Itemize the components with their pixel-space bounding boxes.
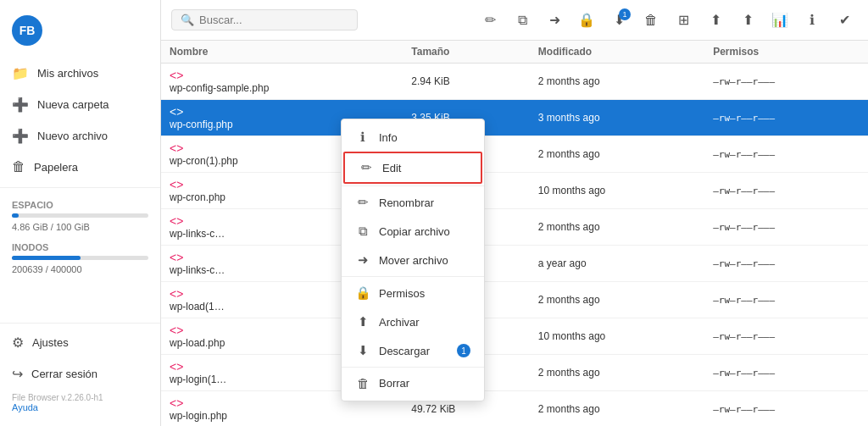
space-text: 4.86 GiB / 100 GiB xyxy=(0,221,160,235)
settings-icon: ⚙ xyxy=(12,335,24,351)
sidebar-item-new-folder[interactable]: ➕ Nueva carpeta xyxy=(0,89,160,120)
menu-item-label: Borrar xyxy=(379,377,409,390)
archive-toolbar-icon[interactable]: ⬆ xyxy=(702,7,729,34)
file-modified-cell: 2 months ago xyxy=(530,136,704,173)
sidebar-item-label: Nueva carpeta xyxy=(37,98,109,111)
grid-toolbar-icon[interactable]: ⊞ xyxy=(670,7,697,34)
delete-menu-icon: 🗑 xyxy=(355,376,370,390)
chart-toolbar-icon[interactable]: 📊 xyxy=(766,7,793,34)
move-menu-icon: ➜ xyxy=(355,252,370,268)
trash-icon: 🗑 xyxy=(12,159,25,174)
logo: FB xyxy=(12,15,42,46)
file-modified-cell: 2 months ago xyxy=(530,391,704,427)
file-modified-cell: 2 months ago xyxy=(530,64,704,100)
file-perms-cell: –rw–r––r––– xyxy=(704,136,868,173)
file-perms-cell: –rw–r––r––– xyxy=(704,391,868,427)
file-perms-cell: –rw–r––r––– xyxy=(704,318,868,355)
menu-item-label: Descargar xyxy=(379,345,430,357)
menu-divider xyxy=(342,185,484,186)
toolbar: 🔍 ✏ ⧉ ➜ 🔒 ⬇ 1 🗑 ⊞ ⬆ ⬆ 📊 ℹ ✔ xyxy=(161,0,868,41)
file-perms-cell: –rw–r––r––– xyxy=(704,246,868,282)
file-type-icon: <> xyxy=(170,69,394,82)
table-header-row: Nombre Tamaño Modificado Permisos xyxy=(161,41,868,64)
file-modified-cell: 2 months ago xyxy=(530,282,704,318)
inodos-bar-container xyxy=(0,254,160,263)
menu-item-archive[interactable]: ⬆ Archivar xyxy=(342,307,484,336)
table-row[interactable]: <> wp-login(1… 49.72 KiB 2 months ago –r… xyxy=(161,355,868,391)
menu-item-download[interactable]: ⬇ Descargar 1 xyxy=(342,336,484,365)
edit-menu-icon: ✏ xyxy=(359,160,374,175)
file-modified-cell: 10 months ago xyxy=(530,173,704,209)
table-row[interactable]: <> wp-links-c… 2.44 KiB a year ago –rw–r… xyxy=(161,246,868,282)
archive-menu-icon: ⬆ xyxy=(355,314,370,329)
menu-item-rename[interactable]: ✏ Renombrar xyxy=(342,188,484,217)
menu-item-label: Edit xyxy=(382,162,401,174)
file-perms-cell: –rw–r––r––– xyxy=(704,100,868,136)
search-input[interactable] xyxy=(199,14,348,26)
menu-item-delete[interactable]: 🗑 Borrar xyxy=(342,369,484,397)
main-area: 🔍 ✏ ⧉ ➜ 🔒 ⬇ 1 🗑 ⊞ ⬆ ⬆ 📊 ℹ ✔ Nombre Tamañ… xyxy=(161,0,868,426)
help-link[interactable]: Ayuda xyxy=(0,402,160,418)
menu-item-edit[interactable]: ✏ Edit xyxy=(343,152,482,184)
rename-menu-icon: ✏ xyxy=(355,195,370,210)
new-file-icon: ➕ xyxy=(12,128,29,144)
space-bar-fill xyxy=(12,213,19,218)
search-icon: 🔍 xyxy=(181,14,194,26)
sidebar-item-label: Cerrar sesión xyxy=(31,368,97,380)
table-row[interactable]: <> wp-load(1… 3.83 KiB 2 months ago –rw–… xyxy=(161,282,868,318)
search-box[interactable]: 🔍 xyxy=(171,9,358,30)
menu-item-move[interactable]: ➜ Mover archivo xyxy=(342,246,484,274)
check-toolbar-icon[interactable]: ✔ xyxy=(831,7,858,34)
delete-toolbar-icon[interactable]: 🗑 xyxy=(637,7,665,34)
lock-toolbar-icon[interactable]: 🔒 xyxy=(573,7,600,34)
edit-toolbar-icon[interactable]: ✏ xyxy=(476,7,504,34)
table-row[interactable]: <> wp-config-sample.php 2.94 KiB 2 month… xyxy=(161,64,868,100)
sidebar-item-label: Papelera xyxy=(34,161,78,174)
menu-item-info[interactable]: ℹ Info xyxy=(342,123,484,152)
version-text: File Browser v.2.26.0-h1 xyxy=(0,390,160,402)
sidebar-item-trash[interactable]: 🗑 Papelera xyxy=(0,152,160,182)
sidebar-item-logout[interactable]: ↪ Cerrar sesión xyxy=(0,358,160,390)
table-row[interactable]: <> wp-config.php 3.35 KiB 3 months ago –… xyxy=(161,100,868,136)
table-row[interactable]: <> wp-cron.php 5.51 KiB 10 months ago –r… xyxy=(161,173,868,209)
files-table: Nombre Tamaño Modificado Permisos <> wp-… xyxy=(161,41,868,426)
sidebar-item-settings[interactable]: ⚙ Ajustes xyxy=(0,327,160,358)
table-row[interactable]: <> wp-cron(1).php 5.51 KiB 2 months ago … xyxy=(161,136,868,173)
inodos-bar-fill xyxy=(12,256,81,260)
file-perms-cell: –rw–r––r––– xyxy=(704,64,868,100)
sidebar-bottom: ⚙ Ajustes ↪ Cerrar sesión File Browser v… xyxy=(0,323,160,418)
file-perms-cell: –rw–r––r––– xyxy=(704,282,868,318)
file-type-icon: <> xyxy=(170,105,394,119)
perms-menu-icon: 🔒 xyxy=(355,285,370,301)
file-size-cell: 2.94 KiB xyxy=(403,64,530,100)
menu-item-perms[interactable]: 🔒 Permisos xyxy=(342,279,484,307)
copy-menu-icon: ⧉ xyxy=(355,224,370,239)
download-toolbar-icon[interactable]: ⬇ 1 xyxy=(605,7,632,34)
table-row[interactable]: <> wp-login.php 49.72 KiB 2 months ago –… xyxy=(161,391,868,427)
divider xyxy=(0,187,160,188)
menu-item-copy[interactable]: ⧉ Copiar archivo xyxy=(342,217,484,246)
file-perms-cell: –rw–r––r––– xyxy=(704,209,868,246)
table-row[interactable]: <> wp-load.php 3.83 KiB 10 months ago –r… xyxy=(161,318,868,355)
inodos-text: 200639 / 400000 xyxy=(0,263,160,281)
menu-item-label: Mover archivo xyxy=(379,254,448,267)
info-toolbar-icon[interactable]: ℹ xyxy=(798,7,826,34)
menu-item-label: Archivar xyxy=(379,316,420,329)
file-modified-cell: 2 months ago xyxy=(530,355,704,391)
sidebar-item-my-files[interactable]: 📁 Mis archivos xyxy=(0,58,160,89)
file-modified-cell: 2 months ago xyxy=(530,209,704,246)
new-folder-icon: ➕ xyxy=(12,97,29,113)
table-row[interactable]: <> wp-links-c… 2.44 KiB 2 months ago –rw… xyxy=(161,209,868,246)
inodos-bar-bg xyxy=(12,256,148,260)
upload-toolbar-icon[interactable]: ⬆ xyxy=(734,7,761,34)
copy-toolbar-icon[interactable]: ⧉ xyxy=(509,7,536,34)
sidebar-item-new-file[interactable]: ➕ Nuevo archivo xyxy=(0,120,160,152)
sidebar-item-label: Ajustes xyxy=(32,336,69,349)
menu-divider xyxy=(342,367,484,368)
sidebar-item-label: Mis archivos xyxy=(37,67,98,80)
menu-item-label: Renombrar xyxy=(379,196,434,209)
col-size: Tamaño xyxy=(403,41,530,64)
move-toolbar-icon[interactable]: ➜ xyxy=(541,7,568,34)
space-section-label: Espacio xyxy=(0,193,160,212)
inodos-section-label: Inodos xyxy=(0,235,160,254)
